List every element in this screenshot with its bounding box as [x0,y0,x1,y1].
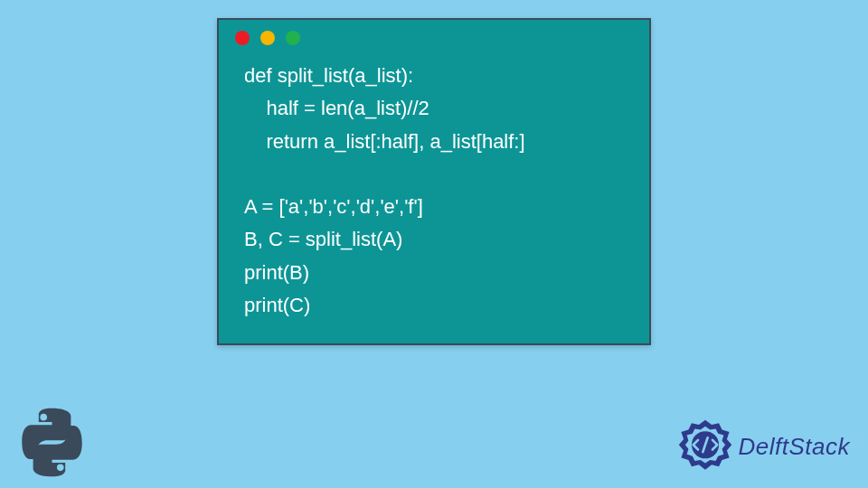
close-icon [235,31,250,45]
delftstack-brand: DelftStack [677,418,851,474]
python-logo-icon [14,404,90,481]
brand-name: DelftStack [739,433,851,461]
delftstack-logo-icon [677,418,733,474]
window-titlebar [219,20,649,56]
code-window: def split_list(a_list): half = len(a_lis… [217,18,651,345]
minimize-icon [260,31,275,45]
maximize-icon [286,31,300,45]
code-content: def split_list(a_list): half = len(a_lis… [219,56,649,343]
